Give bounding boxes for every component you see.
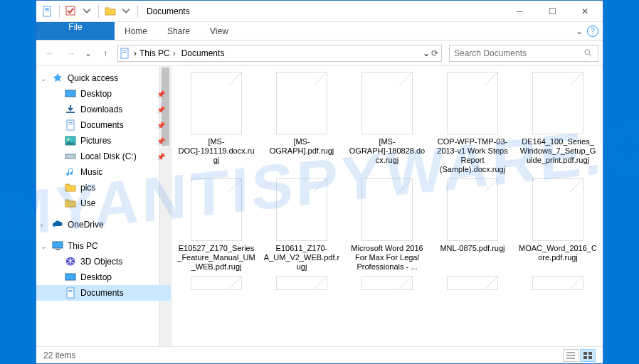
file-name: E10527_Z170_Series_Feature_Manual_UM_WEB…	[177, 244, 255, 272]
title-bar: Documents ─ ☐ ✕	[36, 1, 603, 22]
file-thumbnail-icon	[276, 72, 327, 134]
svg-rect-29	[588, 352, 592, 355]
file-item[interactable]: MNL-0875.pdf.rugj	[433, 178, 512, 272]
sidebar-item-3d-objects[interactable]: 3D Objects	[36, 254, 171, 269]
svg-rect-21	[65, 274, 75, 280]
address-bar[interactable]: › This PC› Documents ⌄ ⟳	[117, 45, 442, 62]
qat-dropdown2-icon[interactable]	[119, 4, 133, 18]
sidebar-item-pics[interactable]: pics	[36, 180, 171, 196]
maximize-button[interactable]: ☐	[536, 1, 569, 22]
file-thumbnail-icon	[532, 276, 583, 290]
quick-access-toolbar	[38, 4, 141, 18]
svg-rect-23	[68, 290, 73, 291]
sidebar-quick-access[interactable]: ⌄ Quick access	[36, 70, 171, 86]
file-thumbnail-icon	[191, 276, 242, 290]
svg-rect-10	[65, 90, 75, 97]
chevron-right-icon[interactable]: ›	[134, 48, 137, 58]
svg-rect-14	[68, 124, 73, 124]
minimize-button[interactable]: ─	[503, 1, 536, 22]
search-icon	[583, 48, 593, 58]
sidebar-item-documents[interactable]: Documents📌	[36, 117, 171, 133]
search-box[interactable]	[449, 45, 598, 62]
tab-view[interactable]: View	[200, 22, 238, 40]
pin-icon: 📌	[157, 153, 165, 161]
item-icon	[65, 166, 76, 178]
sidebar-item-use[interactable]: Use	[36, 196, 171, 211]
file-item[interactable]: MOAC_Word_2016_Core.pdf.rugj	[519, 178, 597, 272]
tab-home[interactable]: Home	[115, 22, 157, 40]
svg-rect-24	[68, 291, 73, 292]
svg-rect-4	[66, 6, 75, 15]
breadcrumb-this-pc[interactable]: This PC›	[139, 48, 179, 58]
folder-icon[interactable]	[103, 4, 117, 18]
sidebar-item-pictures[interactable]: Pictures📌	[36, 133, 171, 149]
pin-icon: 📌	[157, 122, 165, 129]
svg-rect-11	[66, 112, 75, 113]
search-input[interactable]	[454, 48, 583, 58]
svg-rect-12	[67, 120, 74, 130]
chevron-right-icon[interactable]: ›	[41, 221, 43, 229]
properties-icon[interactable]	[41, 4, 55, 18]
sidebar-item-documents[interactable]: Documents	[36, 285, 171, 301]
sidebar-item-desktop[interactable]: Desktop📌	[36, 86, 171, 102]
file-item[interactable]	[177, 276, 255, 293]
file-thumbnail-icon	[361, 178, 413, 241]
svg-point-8	[585, 49, 590, 54]
file-list[interactable]: [MS-DOC]-191119.docx.rugj[MS-OGRAPH].pdf…	[171, 66, 603, 346]
view-large-icons-button[interactable]	[580, 349, 596, 362]
svg-rect-5	[121, 48, 128, 58]
file-name: COP-WFP-TMP-03-2013-v1 Work Steps Report…	[433, 137, 512, 174]
svg-rect-28	[583, 352, 587, 355]
file-item[interactable]: [MS-OGRAPH].pdf.rugj	[263, 72, 341, 174]
file-item[interactable]: [MS-DOC]-191119.docx.rugj	[177, 72, 255, 174]
address-dropdown-icon[interactable]: ⌄	[423, 48, 430, 58]
svg-rect-31	[588, 356, 592, 359]
file-item[interactable]: E10527_Z170_Series_Feature_Manual_UM_WEB…	[177, 178, 255, 272]
view-details-button[interactable]	[563, 349, 579, 362]
svg-rect-6	[122, 50, 127, 51]
svg-point-16	[68, 139, 70, 141]
forward-button[interactable]: →	[62, 44, 80, 63]
chevron-down-icon[interactable]: ⌄	[41, 75, 46, 82]
help-icon[interactable]: ?	[587, 26, 598, 37]
file-name: [MS-OGRAPH]-180828.docx.rugj	[348, 137, 426, 165]
file-name: DE164_100_Series_Windows_7_Setup_Guide_p…	[519, 137, 597, 165]
file-item[interactable]	[519, 276, 597, 293]
sidebar-item-local-disk-c-[interactable]: Local Disk (C:)📌	[36, 149, 171, 164]
tab-file[interactable]: File	[36, 22, 115, 40]
chevron-right-icon[interactable]: ›	[173, 48, 176, 58]
up-button[interactable]: ↑	[96, 44, 115, 63]
refresh-icon[interactable]: ⟳	[431, 48, 438, 58]
sidebar-item-desktop[interactable]: Desktop	[36, 269, 171, 285]
file-item[interactable]	[433, 276, 512, 293]
pin-icon: 📌	[157, 137, 165, 145]
history-dropdown-icon[interactable]: ⌄	[83, 48, 93, 58]
file-item[interactable]: DE164_100_Series_Windows_7_Setup_Guide_p…	[519, 72, 597, 174]
sidebar-item-downloads[interactable]: Downloads📌	[36, 102, 171, 117]
file-name: Microsoft Word 2016 For Max For Legal Pr…	[348, 244, 426, 272]
chevron-down-icon[interactable]: ⌄	[41, 242, 46, 250]
svg-rect-7	[122, 52, 127, 53]
ribbon-expand-icon[interactable]: ⌄	[576, 26, 583, 36]
sidebar-onedrive[interactable]: › OneDrive	[36, 217, 171, 232]
file-item[interactable]: E10611_Z170-A_UM_V2_WEB.pdf.rugj	[263, 178, 341, 272]
close-button[interactable]: ✕	[569, 1, 601, 22]
tab-share[interactable]: Share	[157, 22, 200, 40]
file-item[interactable]: [MS-OGRAPH]-180828.docx.rugj	[348, 72, 426, 174]
file-item[interactable]	[263, 276, 341, 293]
pin-icon: 📌	[157, 106, 165, 114]
checkbox-icon[interactable]	[64, 4, 78, 18]
file-name: MOAC_Word_2016_Core.pdf.rugj	[519, 244, 597, 262]
sidebar-item-music[interactable]: Music	[36, 164, 171, 180]
breadcrumb-documents[interactable]: Documents	[181, 48, 225, 58]
back-button[interactable]: ←	[41, 44, 59, 63]
item-count: 22 items	[43, 350, 75, 360]
qat-dropdown-icon[interactable]	[80, 4, 94, 18]
file-item[interactable]: Microsoft Word 2016 For Max For Legal Pr…	[348, 178, 426, 272]
file-item[interactable]	[348, 276, 426, 293]
sidebar-this-pc[interactable]: ⌄ This PC	[36, 238, 171, 254]
address-bar-row: ← → ⌄ ↑ › This PC› Documents ⌄ ⟳	[36, 41, 603, 66]
svg-rect-30	[583, 356, 587, 359]
file-item[interactable]: COP-WFP-TMP-03-2013-v1 Work Steps Report…	[433, 72, 512, 174]
file-name: [MS-DOC]-191119.docx.rugj	[177, 137, 255, 165]
